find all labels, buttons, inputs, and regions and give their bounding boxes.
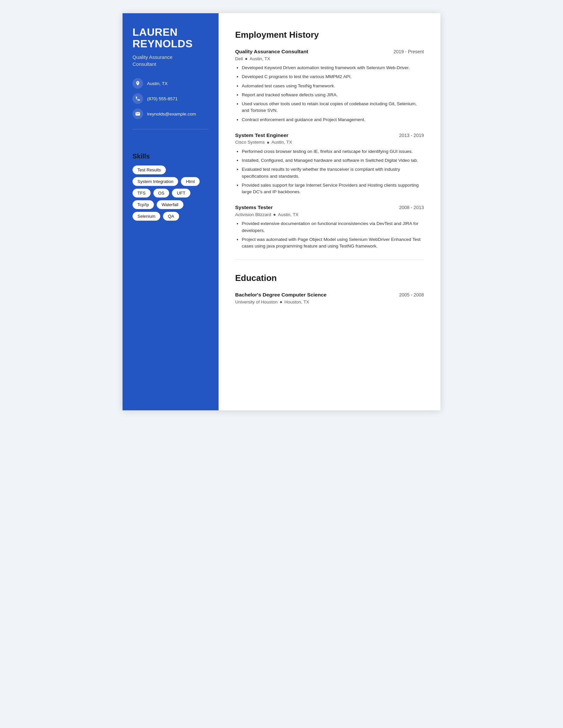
skills-section: Skills Test Results System Integration H… bbox=[132, 153, 209, 221]
phone-item: (870) 555-8571 bbox=[132, 93, 209, 104]
list-item: Project was automated with Page Object M… bbox=[242, 236, 424, 250]
edu-school-1: University of Houston ● Houston, TX bbox=[235, 299, 424, 304]
job-dates-1: 2019 - Present bbox=[394, 49, 424, 54]
list-item: Report and tracked software defects usin… bbox=[242, 92, 424, 98]
sidebar: LAUREN REYNOLDS Quality AssuranceConsult… bbox=[122, 13, 218, 410]
resume-container: LAUREN REYNOLDS Quality AssuranceConsult… bbox=[122, 13, 441, 410]
education-section: Education Bachelor's Degree Computer Sci… bbox=[235, 273, 424, 304]
skills-heading: Skills bbox=[132, 153, 209, 160]
list-item: Performed cross browser testing on IE, f… bbox=[242, 148, 424, 155]
job-bullets-1: Developed Keyword Driven automation test… bbox=[235, 65, 424, 123]
list-item: Used various other tools used to retain … bbox=[242, 101, 424, 114]
education-heading: Education bbox=[235, 273, 424, 285]
job-block-1: Quality Assurance Consultant 2019 - Pres… bbox=[235, 49, 424, 123]
skills-tags: Test Results System Integration Html TFS… bbox=[132, 165, 209, 221]
candidate-name: LAUREN REYNOLDS bbox=[132, 26, 209, 50]
skill-tag-test-results: Test Results bbox=[132, 165, 166, 174]
skill-tag-tcpip: Tcp/Ip bbox=[132, 200, 154, 209]
job-header-1: Quality Assurance Consultant 2019 - Pres… bbox=[235, 49, 424, 55]
location-icon bbox=[132, 78, 143, 89]
job-title-1: Quality Assurance Consultant bbox=[235, 49, 308, 55]
skill-tag-system-integration: System Integration bbox=[132, 177, 178, 186]
edu-header-1: Bachelor's Degree Computer Science 2005 … bbox=[235, 292, 424, 298]
job-dates-2: 2013 - 2019 bbox=[399, 133, 424, 138]
email-text: lreynolds@example.com bbox=[147, 112, 196, 116]
skill-tag-selenium: Selenium bbox=[132, 212, 160, 221]
skill-tag-qa: QA bbox=[163, 212, 179, 221]
job-dates-3: 2008 - 2013 bbox=[399, 205, 424, 210]
email-item: lreynolds@example.com bbox=[132, 109, 209, 119]
job-company-1: Dell ● Austin, TX bbox=[235, 56, 424, 61]
job-block-3: Systems Tester 2008 - 2013 Activision Bl… bbox=[235, 205, 424, 250]
skill-tag-html: Html bbox=[181, 177, 200, 186]
location-item: Austin, TX bbox=[132, 78, 209, 89]
job-bullets-2: Performed cross browser testing on IE, f… bbox=[235, 148, 424, 196]
list-item: Developed C programs to test the various… bbox=[242, 73, 424, 80]
job-block-2: System Test Engineer 2013 - 2019 Cisco S… bbox=[235, 132, 424, 196]
job-header-2: System Test Engineer 2013 - 2019 bbox=[235, 132, 424, 138]
section-divider bbox=[235, 259, 424, 260]
contact-section: Austin, TX (870) 555-8571 lreynolds@exam… bbox=[132, 78, 209, 129]
email-icon bbox=[132, 109, 143, 119]
main-content: Employment History Quality Assurance Con… bbox=[218, 13, 441, 410]
job-header-3: Systems Tester 2008 - 2013 bbox=[235, 205, 424, 210]
list-item: Installed, Configured, and Managed hardw… bbox=[242, 157, 424, 164]
edu-degree-1: Bachelor's Degree Computer Science bbox=[235, 292, 327, 298]
list-item: Evaluated test results to verify whether… bbox=[242, 166, 424, 180]
list-item: Automated test cases using TestNg framew… bbox=[242, 83, 424, 89]
job-bullets-3: Provided extensive documentation on func… bbox=[235, 220, 424, 250]
skill-tag-tfs: TFS bbox=[132, 189, 151, 198]
location-text: Austin, TX bbox=[147, 81, 167, 86]
candidate-title: Quality AssuranceConsultant bbox=[132, 54, 209, 68]
skill-tag-os: OS bbox=[153, 189, 169, 198]
job-title-3: Systems Tester bbox=[235, 205, 272, 210]
skill-tag-uft: UFT bbox=[172, 189, 190, 198]
edu-block-1: Bachelor's Degree Computer Science 2005 … bbox=[235, 292, 424, 304]
list-item: Contract enforcement and guidance and Pr… bbox=[242, 116, 424, 123]
skill-tag-waterfall: Waterfall bbox=[157, 200, 183, 209]
employment-heading: Employment History bbox=[235, 30, 424, 42]
list-item: Developed Keyword Driven automation test… bbox=[242, 65, 424, 71]
phone-icon bbox=[132, 93, 143, 104]
employment-section: Employment History Quality Assurance Con… bbox=[235, 30, 424, 250]
list-item: Provided extensive documentation on func… bbox=[242, 220, 424, 234]
list-item: Provided sales support for large Interne… bbox=[242, 182, 424, 196]
phone-text: (870) 555-8571 bbox=[147, 96, 177, 101]
job-company-3: Activision Blizzard ● Austin, TX bbox=[235, 212, 424, 217]
edu-dates-1: 2005 - 2008 bbox=[399, 292, 424, 297]
job-company-2: Cisco Systems ● Austin, TX bbox=[235, 140, 424, 145]
job-title-2: System Test Engineer bbox=[235, 132, 289, 138]
